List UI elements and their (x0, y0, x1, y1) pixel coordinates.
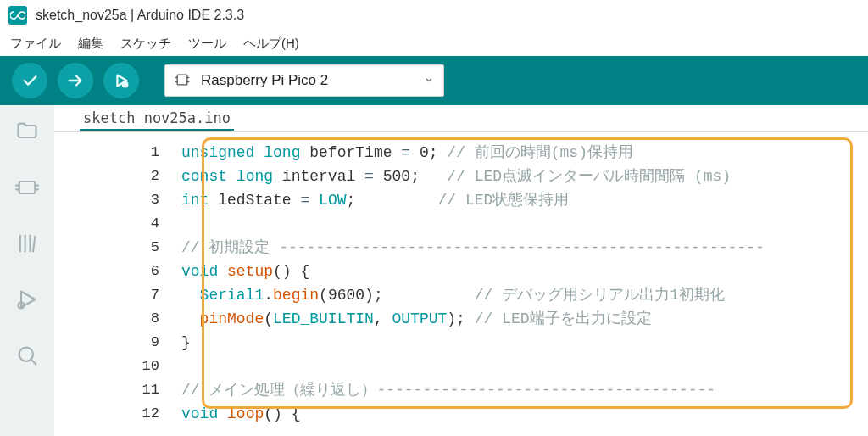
menu-file[interactable]: ファイル (10, 36, 61, 52)
board-selector[interactable]: Raspberry Pi Pico 2 (164, 64, 444, 97)
code-editor[interactable]: 1unsigned long beforTime = 0; // 前回の時間(m… (54, 132, 868, 436)
main-area: sketch_nov25a.ino 1unsigned long beforTi… (0, 105, 868, 436)
sidebar-boards-manager[interactable] (13, 173, 42, 202)
code-line: 1unsigned long beforTime = 0; // 前回の時間(m… (54, 141, 868, 165)
editor-column: sketch_nov25a.ino 1unsigned long beforTi… (54, 105, 868, 436)
sidebar-search[interactable] (13, 341, 42, 370)
svg-line-21 (31, 360, 36, 365)
svg-line-17 (33, 237, 35, 252)
toolbar: Raspberry Pi Pico 2 (0, 56, 868, 105)
window-title: sketch_nov25a | Arduino IDE 2.3.3 (36, 8, 244, 23)
debug-button[interactable] (103, 63, 139, 98)
sidebar-debug[interactable] (13, 285, 42, 314)
menu-bar: ファイル 編集 スケッチ ツール ヘルプ(H) (0, 31, 868, 56)
svg-rect-4 (177, 75, 187, 85)
left-sidebar (0, 105, 54, 436)
svg-rect-9 (19, 182, 36, 193)
menu-edit[interactable]: 編集 (78, 36, 103, 52)
sidebar-sketchbook[interactable] (13, 117, 42, 146)
chevron-down-icon (423, 74, 435, 88)
upload-button[interactable] (58, 63, 93, 98)
title-bar: sketch_nov25a | Arduino IDE 2.3.3 (0, 0, 868, 31)
board-icon (174, 71, 191, 91)
menu-sketch[interactable]: スケッチ (120, 36, 171, 52)
menu-help[interactable]: ヘルプ(H) (243, 36, 299, 52)
verify-button[interactable] (12, 63, 47, 98)
arduino-app-icon (8, 6, 27, 25)
sidebar-library-manager[interactable] (13, 229, 42, 258)
editor-tab[interactable]: sketch_nov25a.ino (80, 107, 234, 131)
board-name: Raspberry Pi Pico 2 (201, 72, 413, 89)
menu-tools[interactable]: ツール (188, 36, 226, 52)
editor-tab-row: sketch_nov25a.ino (54, 105, 868, 132)
